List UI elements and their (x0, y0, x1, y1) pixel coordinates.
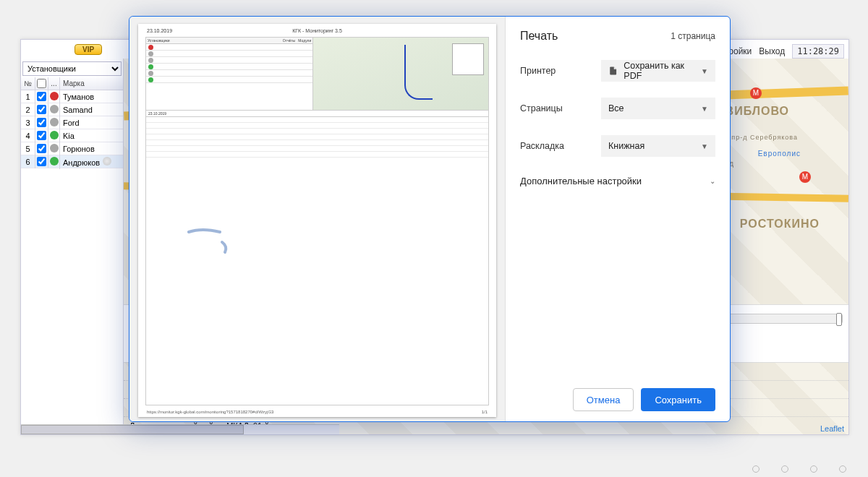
group-select[interactable]: Установщики (22, 61, 122, 76)
save-button[interactable]: Сохранить (641, 388, 715, 411)
pages-label: Страницы (520, 103, 601, 113)
extra-icon (103, 157, 111, 166)
grid-header: № ... Марка (21, 77, 123, 90)
row-checkbox[interactable] (37, 92, 46, 101)
list-item[interactable]: 2Samand (21, 103, 123, 116)
row-index: 6 (21, 155, 35, 168)
row-index: 2 (21, 103, 35, 116)
metro-icon: М (750, 87, 762, 99)
row-label: Андрюков (60, 155, 123, 169)
more-settings-label: Дополнительные настройки (520, 176, 642, 186)
chevron-down-icon: ▼ (701, 67, 708, 75)
chevron-down-icon: ▼ (701, 142, 708, 150)
status-icon (50, 157, 59, 166)
printer-select[interactable]: Сохранить как PDF ▼ (601, 60, 715, 82)
preview-url: https://monitor.kgk-global.com/monitorin… (147, 410, 273, 414)
print-options: Печать 1 страница Принтер Сохранить как … (506, 17, 730, 421)
pdf-file-icon (608, 66, 618, 76)
page-indicators (752, 465, 846, 473)
list-item[interactable]: 4Kia (21, 129, 123, 142)
col-chk (35, 77, 48, 90)
chevron-down-icon: ⌄ (710, 177, 715, 185)
row-label: Туманов (60, 90, 123, 103)
print-dialog: 23.10.2019 КГК - Мониторинг 3.5 Установщ… (129, 16, 731, 422)
row-index: 3 (21, 116, 35, 129)
row-checkbox[interactable] (37, 105, 46, 114)
select-all-checkbox[interactable] (37, 79, 46, 88)
chevron-down-icon: ▼ (701, 105, 708, 113)
row-checkbox[interactable] (37, 144, 46, 153)
preview-page-num: 1/1 (482, 410, 488, 414)
list-item[interactable]: 6Андрюков (21, 155, 123, 168)
metro-icon: М (799, 171, 811, 183)
print-preview-pane: 23.10.2019 КГК - Мониторинг 3.5 Установщ… (129, 17, 506, 421)
clock: 11:28:29 (792, 44, 844, 59)
print-page-count: 1 страница (671, 31, 715, 41)
list-item[interactable]: 3Ford (21, 116, 123, 129)
printer-label: Принтер (520, 66, 601, 76)
more-settings-toggle[interactable]: Дополнительные настройки ⌄ (520, 176, 715, 186)
preview-title: КГК - Мониторинг 3.5 (292, 28, 342, 33)
timeline-handle[interactable] (836, 313, 842, 326)
sidebar: Установщики № ... Марка 1Туманов2Samand3… (21, 59, 124, 434)
logout-link[interactable]: Выход (759, 46, 785, 56)
preview-table: УстановщикиОтчёты Модули (146, 38, 313, 110)
preview-events-date: 23.10.2019 (146, 111, 488, 117)
layout-select[interactable]: Книжная ▼ (601, 135, 715, 157)
street-label: пр-д Серебрякова (731, 134, 798, 141)
preview-date: 23.10.2019 (147, 28, 172, 33)
col-label: Марка (60, 77, 123, 90)
pages-select[interactable]: Все ▼ (601, 98, 715, 119)
status-icon (50, 131, 59, 139)
preview-events: 23.10.2019 (146, 110, 488, 405)
district-label: РОСТОКИНО (740, 218, 820, 231)
printer-value: Сохранить как PDF (624, 61, 701, 81)
row-checkbox[interactable] (37, 131, 46, 140)
pages-value: Все (608, 103, 624, 113)
row-checkbox[interactable] (37, 157, 46, 166)
row-label: Ford (60, 116, 123, 129)
vip-badge: VIP (75, 44, 102, 55)
row-label: Горюнов (60, 142, 123, 155)
status-icon (50, 118, 59, 126)
layout-value: Книжная (608, 141, 644, 151)
list-item[interactable]: 5Горюнов (21, 142, 123, 155)
col-dots: ... (48, 77, 60, 90)
cancel-button[interactable]: Отмена (573, 388, 634, 411)
row-checkbox[interactable] (37, 118, 46, 127)
layout-label: Раскладка (520, 141, 601, 151)
status-icon (50, 144, 59, 152)
sidebar-scrollbar[interactable] (21, 424, 339, 434)
scrollbar-thumb[interactable] (21, 425, 244, 434)
list-item[interactable]: 1Туманов (21, 90, 123, 103)
row-label: Samand (60, 103, 123, 116)
print-preview-page: 23.10.2019 КГК - Мониторинг 3.5 Установщ… (138, 24, 496, 417)
col-n: № (21, 77, 35, 90)
status-icon (50, 105, 59, 113)
preview-map (313, 38, 488, 110)
preview-content: УстановщикиОтчёты Модули 23.10.2019 (145, 37, 489, 405)
poi-label: Европолис (758, 150, 801, 158)
print-title: Печать (520, 30, 558, 43)
row-index: 4 (21, 129, 35, 142)
row-index: 5 (21, 142, 35, 155)
row-index: 1 (21, 90, 35, 103)
row-label: Kia (60, 129, 123, 142)
status-icon (50, 92, 59, 100)
